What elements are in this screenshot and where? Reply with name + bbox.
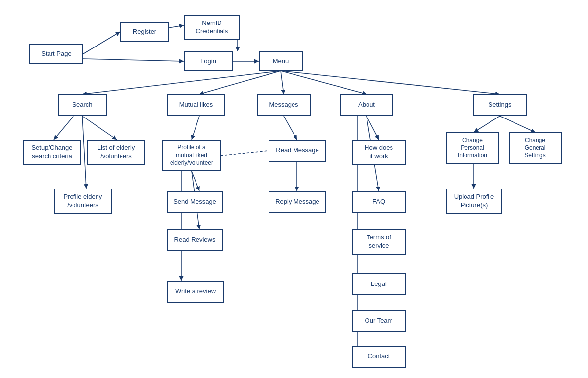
menu-node: Menu [259,51,303,71]
reply-message-node: Reply Message [269,191,326,213]
how-does-node: How doesit work [352,140,406,165]
svg-line-11 [54,116,74,140]
nemid-node: NemIDCredentials [184,15,240,40]
svg-line-7 [199,71,281,94]
search-node: Search [58,94,107,116]
svg-line-6 [82,71,281,94]
svg-line-12 [82,116,117,140]
change-general-node: ChangeGeneralSettings [509,132,562,164]
faq-node: FAQ [352,191,406,213]
profile-elderly-node: Profile elderly/volunteers [54,189,112,214]
read-reviews-node: Read Reviews [167,229,223,251]
svg-line-30 [474,116,500,132]
messages-node: Messages [257,94,311,116]
about-node: About [340,94,393,116]
send-message-node: Send Message [167,191,223,213]
svg-line-15 [192,171,199,191]
terms-node: Terms ofservice [352,229,406,255]
start-page-node: Start Page [29,44,83,64]
settings-node: Settings [473,94,527,116]
read-message-node: Read Message [269,140,326,162]
svg-line-9 [281,71,367,94]
svg-line-1 [83,32,120,54]
setup-search-node: Setup/Changesearch criteria [23,140,81,165]
svg-line-31 [500,116,535,132]
login-node: Login [184,51,233,71]
register-node: Register [120,22,169,42]
svg-line-8 [281,71,284,94]
upload-profile-node: Upload ProfilePicture(s) [446,189,502,214]
profile-mutual-node: Profile of amutual likedelderly/voluntee… [162,140,221,171]
change-personal-node: ChangePersonalInformation [446,132,499,164]
diagram: Start Page Register NemIDCredentials Log… [0,0,588,378]
list-elderly-node: List of elderly/volunteers [87,140,145,165]
svg-line-19 [284,116,297,140]
svg-line-21 [367,116,379,140]
svg-line-14 [192,116,199,140]
our-team-node: Our Team [352,310,406,332]
svg-line-3 [169,25,184,28]
svg-line-18 [220,151,269,156]
legal-node: Legal [352,273,406,295]
mutual-likes-node: Mutual likes [167,94,225,116]
contact-node: Contact [352,346,406,368]
svg-line-10 [281,71,500,94]
write-review-node: Write a review [167,281,224,303]
svg-line-2 [83,59,184,61]
svg-line-13 [82,116,86,189]
